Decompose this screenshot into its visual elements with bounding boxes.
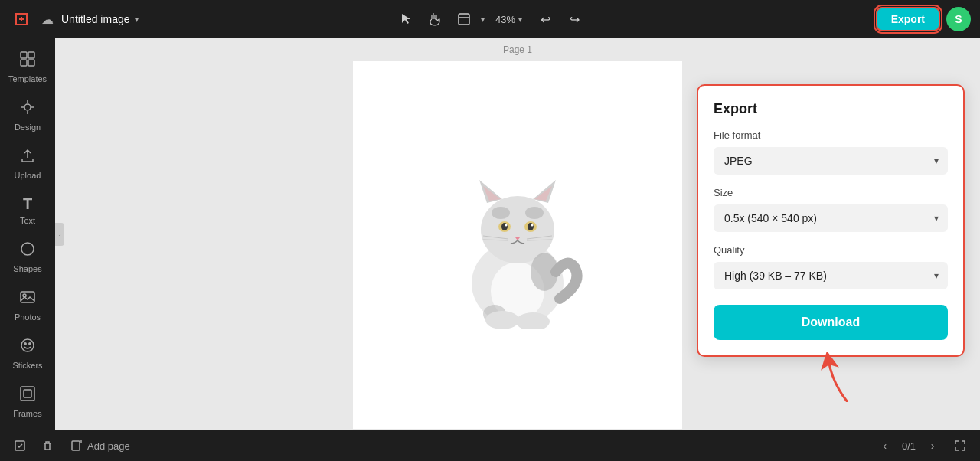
svg-rect-8 (21, 292, 34, 302)
svg-rect-2 (21, 52, 27, 58)
page-label: Page 1 (503, 44, 532, 55)
app-logo[interactable] (9, 7, 34, 31)
size-select[interactable]: 0.5x (540 × 540 px) 1x (1080 × 1080 px) … (714, 204, 948, 232)
svg-point-29 (528, 223, 534, 230)
templates-icon (19, 51, 36, 71)
svg-rect-3 (28, 52, 34, 58)
upload-icon (19, 147, 36, 168)
svg-point-6 (24, 104, 31, 110)
zoom-value: 43% (495, 14, 515, 25)
export-panel-title: Export (714, 101, 948, 117)
sidebar-item-frames[interactable]: Frames (4, 379, 51, 424)
document-title: Untitled image (61, 13, 130, 25)
download-button[interactable]: Download (714, 305, 948, 340)
sidebar-item-design[interactable]: Design (4, 93, 51, 138)
svg-rect-5 (28, 60, 34, 66)
undo-icon: ↩ (541, 12, 550, 27)
next-page-button[interactable]: › (922, 435, 943, 456)
select-tool-button[interactable] (394, 7, 418, 31)
arrow-annotation (817, 352, 863, 405)
prev-page-button[interactable]: ‹ (874, 435, 896, 456)
sidebar-label-upload: Upload (15, 171, 41, 180)
sidebar-label-shapes: Shapes (13, 264, 41, 273)
svg-point-11 (24, 343, 26, 345)
shapes-icon (19, 240, 36, 261)
sidebar-item-upload[interactable]: Upload (4, 141, 51, 186)
zoom-control[interactable]: 43% ▾ (489, 11, 528, 28)
sidebar-item-text[interactable]: T Text (4, 189, 51, 231)
file-format-select[interactable]: JPEG PNG PDF SVG GIF (714, 147, 948, 175)
layout-button[interactable] (452, 7, 476, 31)
svg-point-40 (485, 311, 519, 329)
design-icon (19, 99, 36, 119)
bottombar: Add page ‹ 0/1 › (0, 430, 980, 461)
size-label: Size (714, 187, 948, 198)
svg-point-12 (29, 343, 31, 345)
canvas-area: Page 1 › (55, 38, 980, 430)
svg-point-37 (525, 207, 544, 219)
svg-rect-14 (24, 390, 31, 397)
frames-icon (19, 385, 36, 406)
cloud-save-icon: ☁ (41, 12, 54, 27)
page-indicator: 0/1 (902, 440, 916, 452)
file-format-wrapper: JPEG PNG PDF SVG GIF ▾ (714, 147, 948, 175)
svg-rect-0 (459, 14, 469, 25)
svg-point-31 (531, 224, 534, 227)
sidebar-label-templates: Templates (8, 74, 47, 83)
topbar-right: Export S (876, 7, 971, 31)
svg-rect-4 (21, 60, 27, 66)
canvas-page (353, 61, 682, 429)
topbar-tools: ▾ 43% ▾ ↩ ↪ (394, 7, 586, 31)
hand-tool-button[interactable] (423, 7, 447, 31)
cat-illustration (441, 161, 594, 329)
export-button[interactable]: Export (876, 7, 940, 31)
redo-button[interactable]: ↪ (562, 7, 586, 31)
sidebar-item-shapes[interactable]: Shapes (4, 234, 51, 280)
sidebar-label-stickers: Stickers (12, 361, 42, 370)
svg-point-36 (492, 207, 510, 219)
add-to-favorites-button[interactable] (9, 435, 31, 456)
sidebar-label-text: Text (20, 216, 35, 225)
sidebar-label-design: Design (15, 123, 41, 132)
sidebar-item-templates[interactable]: Templates (4, 44, 51, 90)
sidebar-item-stickers[interactable]: Stickers (4, 331, 51, 376)
layout-chevron-icon: ▾ (481, 15, 485, 24)
quality-select[interactable]: Low Medium High (39 KB – 77 KB) Maximum (714, 262, 948, 289)
quality-wrapper: Low Medium High (39 KB – 77 KB) Maximum … (714, 262, 948, 289)
topbar: ☁ Untitled image ▾ ▾ 43% ▾ ↩ ↪ Export S (0, 0, 980, 38)
document-title-area[interactable]: Untitled image ▾ (61, 13, 139, 25)
redo-icon: ↪ (570, 12, 580, 27)
add-page-label: Add page (87, 440, 130, 452)
title-chevron-icon: ▾ (135, 15, 139, 24)
svg-rect-13 (21, 387, 34, 401)
delete-page-button[interactable] (37, 435, 58, 456)
add-page-button[interactable]: Add page (64, 436, 136, 455)
photos-icon (19, 289, 36, 309)
svg-point-10 (21, 339, 34, 351)
left-sidebar: Templates Design Upload T Text Shapes (0, 38, 55, 430)
avatar[interactable]: S (946, 7, 971, 31)
undo-button[interactable]: ↩ (533, 7, 557, 31)
file-format-label: File format (714, 129, 948, 141)
quality-label: Quality (714, 244, 948, 256)
main-content: Templates Design Upload T Text Shapes (0, 38, 980, 430)
fullscreen-button[interactable] (949, 435, 971, 456)
svg-point-7 (21, 243, 34, 255)
sidebar-item-photos[interactable]: Photos (4, 283, 51, 328)
page-navigation: ‹ 0/1 › (874, 435, 971, 456)
sidebar-collapse-handle[interactable]: › (55, 223, 64, 246)
svg-point-30 (505, 224, 508, 227)
size-wrapper: 0.5x (540 × 540 px) 1x (1080 × 1080 px) … (714, 204, 948, 232)
text-icon: T (23, 195, 32, 213)
sidebar-label-frames: Frames (13, 409, 41, 418)
svg-point-28 (501, 223, 508, 230)
sidebar-label-photos: Photos (15, 312, 41, 322)
zoom-chevron-icon: ▾ (518, 15, 522, 24)
stickers-icon (19, 337, 36, 358)
svg-rect-43 (72, 441, 80, 450)
export-panel: Export File format JPEG PNG PDF SVG GIF … (697, 84, 965, 357)
